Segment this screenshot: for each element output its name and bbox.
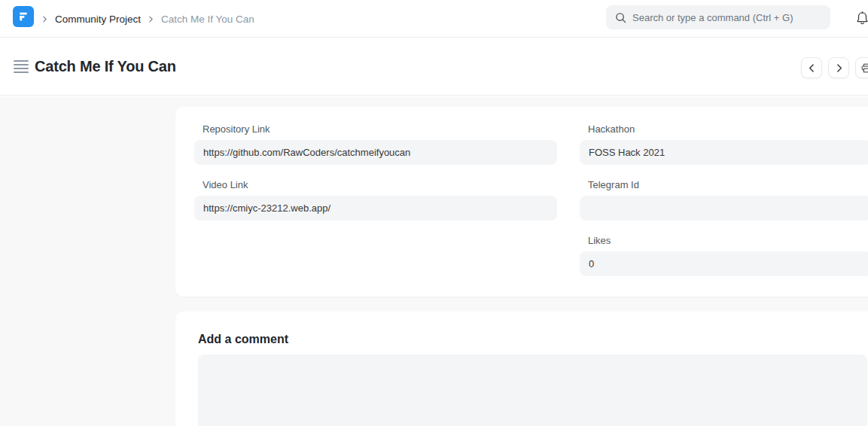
form-section-card: Repository Link Video Link Hackathon Tel…: [175, 107, 868, 297]
field-telegram-id: Telegram Id: [580, 179, 868, 221]
video-link-label: Video Link: [203, 179, 557, 191]
comments-heading: Add a comment: [198, 333, 288, 346]
printer-icon: [860, 62, 868, 74]
field-hackathon: Hackathon: [580, 123, 868, 165]
likes-input[interactable]: [580, 251, 868, 276]
frappe-logo-icon[interactable]: [13, 6, 34, 27]
menu-icon: [14, 60, 29, 62]
prev-document-button[interactable]: [801, 57, 822, 78]
telegram-id-input[interactable]: [580, 196, 868, 221]
navbar: Community Project Catch Me If You Can: [0, 0, 868, 38]
page-header: Catch Me If You Can Enabled: [0, 38, 868, 96]
print-button[interactable]: [855, 57, 868, 78]
breadcrumb-item-current: Catch Me If You Can: [161, 14, 254, 25]
breadcrumb-item-community-project[interactable]: Community Project: [55, 14, 141, 25]
chevron-right-icon: [834, 63, 844, 73]
next-document-button[interactable]: [828, 57, 849, 78]
chevron-right-icon: [41, 16, 48, 23]
video-link-input[interactable]: [194, 196, 557, 221]
global-search[interactable]: [606, 5, 830, 29]
form-column-right: Hackathon Telegram Id Likes: [580, 123, 868, 291]
hackathon-label: Hackathon: [588, 123, 868, 135]
sidebar-toggle-button[interactable]: [14, 60, 30, 75]
frappe-f-glyph: [17, 11, 29, 23]
form-column-left: Repository Link Video Link: [194, 123, 557, 235]
page-actions: [801, 57, 868, 78]
repository-link-input[interactable]: [194, 140, 557, 165]
page-title: Catch Me If You Can: [35, 58, 176, 75]
search-input[interactable]: [632, 12, 821, 23]
form-page-body: Repository Link Video Link Hackathon Tel…: [0, 96, 868, 426]
field-video-link: Video Link: [194, 179, 557, 221]
hackathon-input[interactable]: [580, 140, 868, 165]
breadcrumb: Community Project Catch Me If You Can: [41, 0, 254, 38]
repository-link-label: Repository Link: [203, 123, 557, 135]
notifications-button[interactable]: [852, 8, 868, 29]
comment-section-card: Add a comment: [175, 312, 868, 426]
bell-icon: [855, 11, 868, 26]
chevron-right-icon: [148, 16, 154, 23]
telegram-id-label: Telegram Id: [588, 179, 868, 191]
field-likes: Likes: [580, 235, 868, 276]
likes-label: Likes: [588, 235, 868, 247]
search-icon: [615, 12, 626, 23]
chevron-left-icon: [807, 63, 817, 73]
field-repository-link: Repository Link: [194, 123, 557, 165]
comment-input[interactable]: [198, 354, 867, 426]
